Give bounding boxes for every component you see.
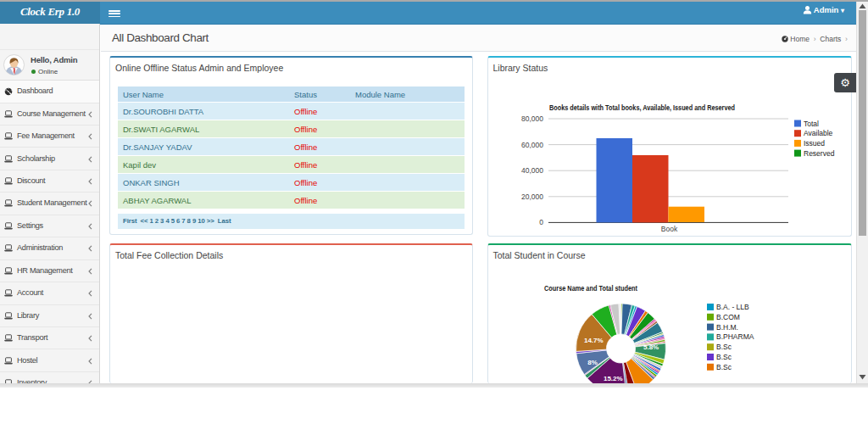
svg-text:Book: Book bbox=[661, 225, 678, 233]
svg-text:Course Name and Total student: Course Name and Total student bbox=[544, 283, 638, 293]
svg-text:B.PHARMA: B.PHARMA bbox=[716, 332, 754, 341]
svg-text:Available: Available bbox=[804, 129, 833, 137]
svg-text:20,000: 20,000 bbox=[521, 192, 543, 201]
svg-text:B.Sc: B.Sc bbox=[716, 353, 732, 361]
svg-text:80,000: 80,000 bbox=[521, 114, 543, 123]
svg-text:15.2%: 15.2% bbox=[604, 375, 623, 382]
svg-text:B.Sc: B.Sc bbox=[716, 343, 732, 351]
svg-text:Reserved: Reserved bbox=[804, 149, 835, 158]
svg-text:Issued: Issued bbox=[804, 139, 825, 148]
svg-text:60,000: 60,000 bbox=[521, 141, 543, 149]
svg-text:B.COM: B.COM bbox=[716, 313, 740, 321]
svg-text:Total: Total bbox=[804, 120, 819, 128]
svg-text:B.A. - LLB: B.A. - LLB bbox=[716, 303, 749, 311]
svg-text:40,000: 40,000 bbox=[521, 166, 543, 175]
svg-text:B.H.M.: B.H.M. bbox=[716, 323, 738, 332]
svg-text:Books details with Total books: Books details with Total books, Availabl… bbox=[549, 103, 735, 112]
svg-text:14.7%: 14.7% bbox=[584, 337, 604, 344]
svg-text:B.Sc: B.Sc bbox=[716, 363, 732, 371]
svg-text:8%: 8% bbox=[587, 359, 598, 366]
svg-text:0: 0 bbox=[539, 218, 543, 226]
svg-text:5.8%: 5.8% bbox=[643, 343, 659, 351]
